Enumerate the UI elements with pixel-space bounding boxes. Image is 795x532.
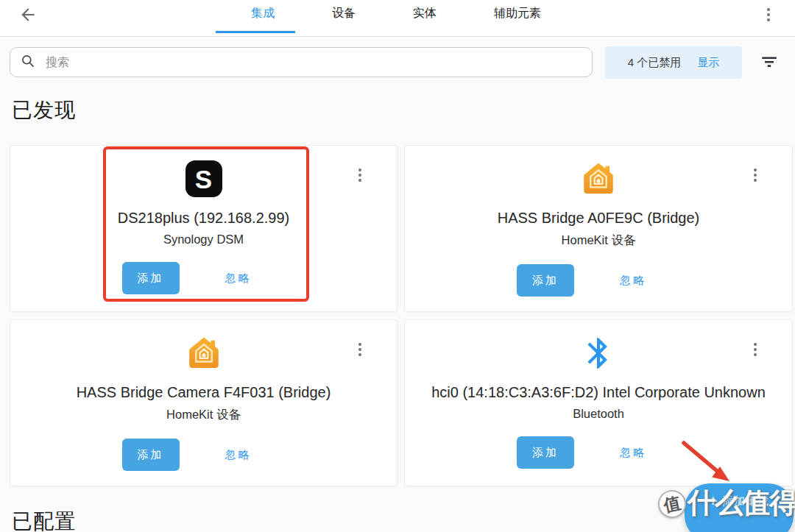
arrow-left-icon	[18, 5, 38, 27]
card-subtitle: Bluetooth	[573, 407, 624, 421]
homekit-icon	[184, 334, 224, 372]
card-subtitle: Synology DSM	[163, 233, 244, 247]
fab-label: 添加集成	[722, 494, 769, 532]
synology-logo-icon: S	[186, 160, 222, 198]
integrations-page: 集成 设备 实体 辅助元素 4 个已禁用 显示 已发现 S DS218plus …	[0, 0, 795, 532]
add-button[interactable]: 添加	[517, 436, 574, 469]
card-menu-button[interactable]	[748, 341, 763, 358]
discovered-card-homekit-bridge: HASS Bridge A0FE9C (Bridge) HomeKit 设备 添…	[404, 145, 793, 312]
ignore-button[interactable]: 忽略	[215, 264, 262, 293]
card-title: HASS Bridge A0FE9C (Bridge)	[498, 209, 700, 227]
search-icon	[21, 54, 35, 71]
active-tab-indicator	[216, 31, 295, 33]
card-subtitle: HomeKit 设备	[166, 407, 241, 423]
ignore-button[interactable]: 忽略	[610, 266, 657, 295]
disabled-integrations-chip: 4 个已禁用 显示	[605, 46, 742, 79]
search-input[interactable]	[46, 56, 561, 69]
disabled-count-label: 4 个已禁用	[628, 56, 682, 70]
discovered-card-homekit-camera: HASS Bridge Camera F4F031 (Bridge) HomeK…	[10, 319, 398, 486]
card-title: hci0 (14:18:C3:A3:6F:D2) Intel Corporate…	[431, 383, 766, 401]
discovered-card-bluetooth: hci0 (14:18:C3:A3:6F:D2) Intel Corporate…	[404, 319, 793, 486]
filter-button[interactable]	[758, 53, 780, 74]
configured-section-title: 已配置	[12, 508, 76, 532]
plus-icon: +	[709, 494, 718, 532]
ignore-button[interactable]: 忽略	[215, 441, 262, 469]
bluetooth-icon	[580, 334, 617, 372]
card-title: DS218plus (192.168.2.99)	[118, 209, 290, 227]
discovered-section-title: 已发现	[12, 96, 76, 124]
card-actions: 添加 忽略	[517, 436, 657, 469]
add-button[interactable]: 添加	[122, 439, 180, 471]
add-integration-fab[interactable]: + 添加集成	[685, 483, 794, 532]
discovered-card-synology: S DS218plus (192.168.2.99) Synology DSM …	[10, 145, 398, 312]
watermark-badge-icon: 值	[655, 487, 688, 520]
card-menu-button[interactable]	[353, 166, 367, 184]
overflow-menu-button[interactable]	[761, 6, 776, 24]
card-actions: 添加 忽略	[517, 264, 657, 297]
card-menu-button[interactable]	[353, 341, 367, 358]
tab-devices[interactable]: 设备	[332, 6, 356, 21]
show-disabled-link[interactable]: 显示	[697, 56, 719, 70]
card-title: HASS Bridge Camera F4F031 (Bridge)	[77, 383, 331, 401]
card-subtitle: HomeKit 设备	[562, 233, 636, 249]
card-actions: 添加 忽略	[122, 439, 262, 471]
homekit-icon	[579, 160, 618, 198]
tab-integrations[interactable]: 集成	[251, 6, 275, 21]
card-actions: 添加 忽略	[122, 262, 262, 294]
add-button[interactable]: 添加	[122, 262, 180, 294]
card-menu-button[interactable]	[748, 166, 763, 184]
add-button[interactable]: 添加	[517, 264, 574, 297]
back-button[interactable]	[16, 4, 40, 28]
filter-icon	[760, 52, 779, 74]
search-box	[10, 47, 593, 77]
tab-entities[interactable]: 实体	[413, 6, 437, 21]
ignore-button[interactable]: 忽略	[610, 439, 657, 467]
tab-helpers[interactable]: 辅助元素	[494, 6, 541, 21]
top-bar: 集成 设备 实体 辅助元素	[0, 0, 795, 37]
